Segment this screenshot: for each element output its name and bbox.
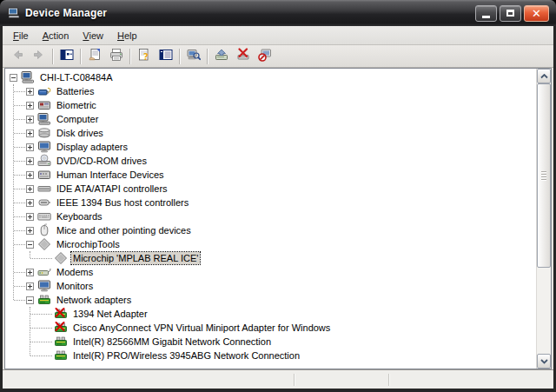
scroll-up-button[interactable]: [537, 69, 551, 83]
tree-item-label[interactable]: Microchip 'MPLAB REAL ICE': [71, 252, 200, 264]
tree-item: Disk drives: [5, 126, 536, 140]
tree-item-label[interactable]: Mice and other pointing devices: [55, 224, 193, 236]
export-list-button[interactable]: [155, 46, 176, 67]
scrollbar-thumb[interactable]: [537, 83, 551, 268]
tree-item-label[interactable]: Batteries: [55, 85, 96, 97]
tree-connector-line: [14, 244, 25, 245]
expand-expander-icon[interactable]: [26, 227, 34, 235]
console-tree-icon: [60, 48, 74, 65]
expand-expander-icon[interactable]: [26, 199, 34, 207]
tree-connector-line: [14, 300, 25, 301]
tree-connector-line: [30, 314, 52, 315]
print-button[interactable]: [105, 46, 127, 67]
tree-item-label[interactable]: Cisco AnyConnect VPN Virtual Miniport Ad…: [71, 322, 332, 334]
tree-item: Cisco AnyConnect VPN Virtual Miniport Ad…: [5, 321, 536, 335]
close-button[interactable]: ✕: [524, 5, 549, 22]
export-list-icon: [159, 48, 173, 65]
tree-item-label[interactable]: 1394 Net Adapter: [71, 308, 149, 320]
expand-expander-icon[interactable]: [26, 102, 34, 110]
tree-item-label[interactable]: Computer: [55, 113, 100, 125]
toolbar-separator: [179, 49, 180, 64]
tree-item-label[interactable]: DVD/CD-ROM drives: [55, 155, 149, 167]
tree-item-label[interactable]: MicrochipTools: [55, 238, 122, 250]
tree-item: IEEE 1394 Bus host controllers: [5, 196, 536, 209]
tree-item-label[interactable]: Disk drives: [55, 127, 105, 139]
tree-item-label[interactable]: Human Interface Devices: [55, 169, 166, 181]
tree-item-label[interactable]: CHI-LT-C08484A: [38, 71, 115, 83]
collapse-expander-icon[interactable]: [26, 241, 34, 249]
forward-button: [28, 46, 50, 67]
menu-file[interactable]: File: [6, 28, 36, 43]
expand-expander-icon[interactable]: [26, 171, 34, 179]
collapse-expander-icon[interactable]: [10, 74, 17, 82]
scrollbar-gripper-icon: [541, 171, 546, 182]
tree-connector-line: [14, 91, 25, 92]
disable-button[interactable]: [254, 46, 275, 67]
status-bar: [3, 369, 553, 389]
expand-expander-icon[interactable]: [26, 143, 34, 151]
disable-icon: [258, 48, 272, 65]
menu-view[interactable]: View: [76, 28, 110, 43]
update-driver-button[interactable]: [210, 46, 232, 67]
tree-connector-line: [14, 230, 25, 231]
tree-item: CHI-LT-C08484A: [5, 70, 536, 84]
back-arrow-icon: [10, 48, 24, 65]
tree-connector-line: [14, 189, 25, 189]
tree-connector-line: [14, 216, 25, 217]
vertical-scrollbar[interactable]: [536, 69, 551, 369]
battery-icon: [37, 84, 51, 98]
title-bar[interactable]: Device Manager ✕: [0, 0, 556, 26]
minimize-button[interactable]: [475, 5, 497, 22]
expand-expander-icon[interactable]: [26, 269, 34, 276]
tree-connector-line: [14, 286, 25, 287]
uninstall-icon: [236, 48, 250, 65]
expand-expander-icon[interactable]: [26, 157, 34, 165]
device-tree: CHI-LT-C08484ABatteriesBiometricComputer…: [5, 69, 536, 369]
ieee1394-icon: [37, 196, 51, 209]
tree-item: Intel(R) 82566MM Gigabit Network Connect…: [5, 335, 536, 349]
tree-item: 1394 Net Adapter: [5, 307, 536, 321]
menu-help[interactable]: Help: [110, 28, 144, 43]
tree-item: Microchip 'MPLAB REAL ICE': [5, 251, 536, 265]
toolbar: ?: [3, 45, 553, 68]
tree-item-label[interactable]: Network adapters: [55, 294, 133, 306]
help-icon: ?: [137, 48, 151, 65]
uninstall-button[interactable]: [232, 46, 254, 67]
tree-item: Modems: [5, 265, 536, 279]
tree-item-label[interactable]: Modems: [55, 266, 95, 278]
update-driver-icon: [215, 48, 228, 65]
tree-item-label[interactable]: Intel(R) PRO/Wireless 3945ABG Network Co…: [71, 349, 301, 362]
scroll-down-button[interactable]: [537, 354, 551, 369]
tree-item-label[interactable]: Monitors: [55, 280, 95, 292]
show-console-tree-button[interactable]: [56, 46, 77, 67]
tree-item-label[interactable]: Keyboards: [55, 210, 104, 223]
expand-expander-icon[interactable]: [26, 130, 34, 137]
maximize-button[interactable]: [500, 5, 521, 22]
tree-item-label[interactable]: Intel(R) 82566MM Gigabit Network Connect…: [71, 336, 273, 348]
expand-expander-icon[interactable]: [26, 88, 34, 96]
print-icon: [109, 48, 123, 65]
maximize-icon: [506, 10, 514, 17]
computer-icon: [7, 6, 21, 20]
menu-action[interactable]: Action: [36, 28, 76, 43]
help-button[interactable]: ?: [133, 46, 155, 67]
tree-connector-line: [14, 119, 25, 120]
expand-expander-icon[interactable]: [26, 185, 34, 193]
properties-button[interactable]: [83, 46, 105, 67]
scan-for-hardware-changes-button[interactable]: [182, 46, 204, 67]
expand-expander-icon[interactable]: [26, 282, 34, 290]
expand-expander-icon[interactable]: [26, 116, 34, 123]
tree-item: Keyboards: [5, 209, 536, 223]
display-icon: [37, 279, 51, 293]
back-button: [6, 46, 28, 67]
tree-item: MicrochipTools: [5, 237, 536, 251]
tree-item-label[interactable]: Biometric: [55, 99, 98, 111]
close-icon: ✕: [532, 8, 541, 19]
tree-item-label[interactable]: IEEE 1394 Bus host controllers: [55, 196, 190, 209]
tree-connector-line: [30, 258, 52, 259]
tree-connector-line: [14, 175, 25, 176]
expand-expander-icon[interactable]: [26, 213, 34, 221]
tree-item-label[interactable]: Display adapters: [55, 141, 129, 153]
collapse-expander-icon[interactable]: [26, 296, 34, 304]
tree-item-label[interactable]: IDE ATA/ATAPI controllers: [55, 183, 169, 195]
